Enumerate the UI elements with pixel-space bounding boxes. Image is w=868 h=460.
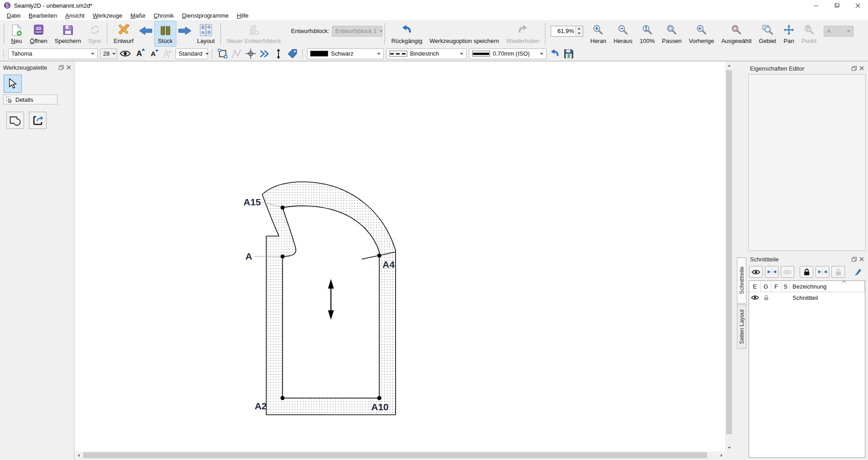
menu-werkzeuge[interactable]: Werkzeuge [89, 11, 127, 20]
row-f-cell[interactable] [771, 292, 782, 303]
font-family-combobox[interactable]: Tahoma [8, 48, 98, 59]
menu-datei[interactable]: Datei [3, 11, 24, 20]
zoom-spin-up-button[interactable] [576, 26, 583, 31]
horizontal-scroll-thumb[interactable] [83, 452, 707, 458]
scroll-up-button[interactable] [725, 62, 733, 69]
mirror-lock-button[interactable] [816, 266, 829, 278]
draft-mode-button[interactable]: Entwurf [110, 21, 137, 47]
maximize-button[interactable] [826, 0, 847, 11]
float-panel-icon[interactable] [59, 65, 64, 70]
point-a4[interactable] [377, 253, 381, 257]
drawing-canvas[interactable]: A15 A A4 A2 A10 [75, 61, 725, 451]
float-panel-icon[interactable] [852, 66, 857, 71]
menu-hilfe[interactable]: Hilfe [233, 11, 253, 20]
font-size-combobox[interactable]: 28 [100, 48, 117, 59]
save-tool-options-button[interactable]: Werkzeugoption speichern [426, 21, 503, 47]
menu-chronik[interactable]: Chronik [150, 11, 178, 20]
toggle-point-names-button[interactable] [119, 48, 131, 60]
pattern-piece[interactable]: A15 A A4 A2 A10 [243, 182, 396, 415]
tool-palette-header[interactable]: Werkzeugpalette [0, 62, 74, 73]
chevrons-button[interactable] [259, 48, 270, 60]
increase-label-size-button[interactable]: A [133, 48, 145, 60]
close-button[interactable] [847, 0, 868, 11]
grainline[interactable] [328, 279, 334, 320]
point-label-a15[interactable]: A15 [243, 197, 261, 207]
horizontal-scrollbar[interactable] [75, 451, 725, 459]
toolbar-handle[interactable] [3, 23, 5, 44]
tab-seiten-layout[interactable]: Seiten Layout [737, 304, 746, 349]
open-file-button[interactable]: 2DSM2D Öffnen [26, 21, 51, 47]
export-piece-tool-button[interactable] [29, 112, 47, 129]
line-width-combobox[interactable]: 0.70mm (ISO) [469, 48, 547, 59]
close-panel-icon[interactable] [66, 65, 71, 70]
close-panel-icon[interactable] [859, 66, 864, 71]
zoom-level-input[interactable] [551, 26, 576, 36]
tab-schnittteile[interactable]: Schnittteile [737, 257, 746, 304]
titlebar[interactable]: Seamly2D - unbenannt.sm2d* [0, 0, 868, 11]
vertical-scroll-thumb[interactable] [726, 70, 732, 434]
new-file-button[interactable]: Neu [7, 21, 26, 47]
zoom-area-button[interactable]: Gebiet [755, 21, 780, 47]
save-file-button[interactable]: Speichern [51, 21, 85, 47]
line-color-combobox[interactable]: Schwarz [307, 48, 384, 59]
undo-button[interactable]: Rückgängig [387, 21, 426, 47]
label-style-combobox[interactable]: Standard [175, 48, 208, 59]
scroll-right-button[interactable] [717, 451, 725, 459]
decrease-label-size-button[interactable]: A [147, 48, 159, 60]
snap-target-button[interactable] [245, 48, 256, 60]
pieces-panel-header[interactable]: Schnittteile [747, 253, 867, 265]
union-pieces-tool-button[interactable] [6, 112, 24, 129]
column-header-g[interactable]: G [761, 281, 771, 292]
menu-bearbeiten[interactable]: Bearbeiten [24, 11, 61, 20]
row-lock-cell[interactable] [761, 292, 771, 303]
menu-dienstprogramme[interactable]: Dienstprogramme [178, 11, 232, 20]
mirror-pieces-button[interactable] [765, 266, 778, 278]
minimize-button[interactable] [806, 0, 826, 11]
zoom-previous-button[interactable]: Vorherige [685, 21, 718, 47]
menu-ansicht[interactable]: Ansicht [61, 11, 89, 20]
column-header-e[interactable]: E [749, 281, 761, 292]
point-a10[interactable] [377, 396, 381, 400]
save-tool-defaults-button[interactable] [563, 48, 575, 60]
toolbar-handle[interactable] [3, 49, 5, 59]
piece-mode-button[interactable]: Stück [154, 21, 176, 47]
scroll-left-button[interactable] [75, 451, 82, 459]
point-label-a10[interactable]: A10 [371, 402, 389, 412]
point-label-a[interactable]: A [245, 251, 252, 261]
row-s-cell[interactable] [782, 292, 790, 303]
line-type-combobox[interactable]: Bindestrich [386, 48, 467, 59]
pattern-piece-outline[interactable] [262, 182, 396, 415]
row-name-cell[interactable]: Schnittteil [790, 292, 865, 303]
layout-mode-button[interactable]: Layout [193, 21, 218, 47]
column-header-s[interactable]: S [782, 281, 790, 292]
point-a15[interactable] [280, 205, 284, 209]
zoom-in-button[interactable]: Heran [587, 21, 610, 47]
details-button[interactable]: Details [3, 95, 57, 104]
zoom-selected-button[interactable]: Ausgewählt [717, 21, 755, 47]
table-row[interactable]: Schnittteil [749, 292, 865, 303]
properties-editor-header[interactable]: Eigenschaften Editor [747, 62, 867, 74]
column-header-f[interactable]: F [771, 281, 782, 292]
point-a2[interactable] [280, 396, 284, 400]
pan-button[interactable]: Pan [780, 21, 798, 47]
point-label-a4[interactable]: A4 [382, 259, 395, 270]
menu-masse[interactable]: Maße [126, 11, 149, 20]
column-header-bezeichnung[interactable]: Bezeichnung [790, 281, 865, 292]
edit-piece-color-button[interactable] [853, 266, 863, 277]
union-tool-button[interactable] [217, 48, 228, 60]
lock-all-pieces-button[interactable] [800, 266, 813, 278]
row-visibility-cell[interactable] [749, 292, 761, 303]
float-panel-icon[interactable] [852, 257, 857, 262]
zoom-out-button[interactable]: Heraus [610, 21, 636, 47]
close-panel-icon[interactable] [859, 257, 864, 261]
point-a[interactable] [280, 254, 284, 258]
zoom-spin-down-button[interactable] [576, 31, 583, 36]
reset-tool-options-button[interactable] [549, 48, 561, 60]
vertical-scrollbar[interactable] [725, 61, 733, 451]
arrow-tool-button[interactable] [4, 75, 22, 93]
tag-button[interactable] [287, 48, 298, 60]
point-label-a2[interactable]: A2 [255, 401, 267, 411]
vertical-flip-button[interactable] [273, 48, 284, 60]
scroll-down-button[interactable] [725, 444, 733, 451]
show-all-pieces-button[interactable] [749, 266, 763, 278]
